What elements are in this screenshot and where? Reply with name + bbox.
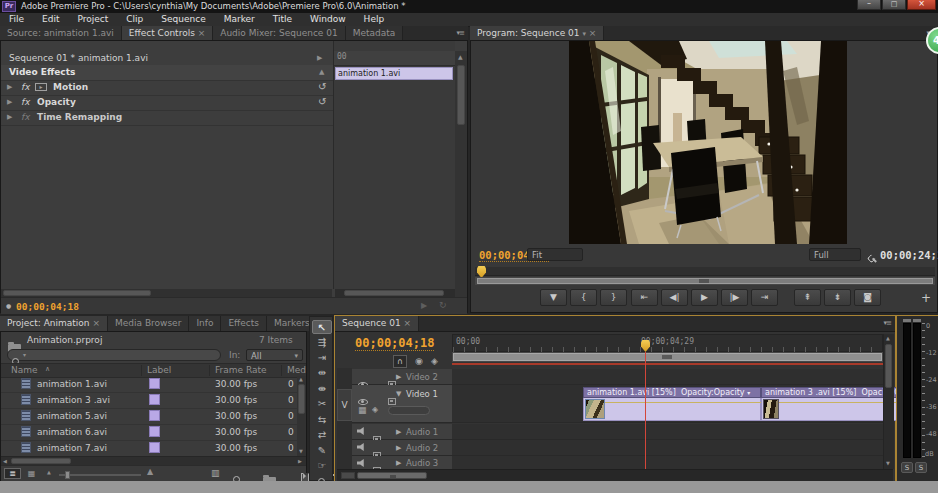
- label-color-chip[interactable]: [149, 410, 160, 421]
- ec-opacity-expand-icon[interactable]: ▶: [7, 98, 12, 106]
- menu-window[interactable]: Window: [301, 13, 355, 26]
- step-back-button[interactable]: ◀|: [661, 289, 688, 306]
- table-row[interactable]: animation 6.avi 30.00 fps 0: [1, 424, 297, 441]
- keyframe-nav-pill[interactable]: [388, 406, 430, 415]
- ec-play-icon[interactable]: ▶: [421, 301, 427, 310]
- ec-vscroll-up[interactable]: ▲: [458, 53, 463, 60]
- sync-lock-icon[interactable]: [388, 398, 396, 405]
- track-content-video1[interactable]: animation 1.avi [15%] Opacity:Opacity ▾ …: [452, 385, 883, 423]
- ec-clip-bar[interactable]: animation 1.avi: [335, 67, 453, 80]
- export-frame-button[interactable]: ◙: [854, 289, 881, 306]
- playback-resolution-dropdown[interactable]: Full: [809, 248, 861, 261]
- rolling-edit-tool[interactable]: ⇹: [312, 366, 332, 380]
- col-media[interactable]: Med: [287, 365, 306, 375]
- label-color-chip[interactable]: [149, 442, 160, 453]
- source-patch-v[interactable]: V: [337, 389, 352, 421]
- ec-mini-hscroll[interactable]: [335, 289, 455, 297]
- track-content-video2[interactable]: [452, 369, 883, 385]
- timeline-work-area-bar[interactable]: [452, 352, 883, 362]
- tab-close-icon[interactable]: ×: [589, 28, 597, 38]
- ec-header-arrow-icon[interactable]: ▶: [317, 54, 322, 62]
- tab-program-monitor[interactable]: Program: Sequence 01 ▾ ×: [470, 26, 604, 40]
- slip-tool[interactable]: ⇆: [312, 413, 332, 427]
- panel-menu-icon[interactable]: ▾≡: [453, 26, 468, 40]
- tab-info[interactable]: Info: [189, 316, 221, 331]
- show-keyframes-icon[interactable]: ◈: [372, 405, 378, 414]
- mark-out-button[interactable]: }: [600, 289, 627, 306]
- menu-edit[interactable]: Edit: [33, 13, 68, 26]
- tab-media-browser[interactable]: Media Browser: [108, 316, 189, 331]
- toggle-track-mute-icon[interactable]: [357, 459, 366, 467]
- table-row[interactable]: animation 5.avi 30.00 fps 0: [1, 408, 297, 425]
- table-row[interactable]: animation 3 .avi 30.00 fps 0: [1, 392, 297, 409]
- panel-menu-icon[interactable]: ▾≡: [880, 316, 895, 331]
- work-area-grip[interactable]: [662, 355, 672, 359]
- timeline-timecode[interactable]: 00;00;04;18: [355, 336, 434, 351]
- go-to-out-button[interactable]: ⇥: [751, 289, 778, 306]
- hscroll-thumb[interactable]: [357, 472, 427, 479]
- tab-close-icon[interactable]: ×: [404, 318, 412, 328]
- lift-button[interactable]: ⇞: [794, 289, 821, 306]
- search-scope-dropdown[interactable]: All▾: [246, 349, 303, 361]
- play-button[interactable]: ▶: [691, 289, 718, 306]
- col-label[interactable]: Label: [147, 365, 171, 375]
- extract-button[interactable]: ⇟: [824, 289, 851, 306]
- col-frame-rate[interactable]: Frame Rate: [215, 365, 267, 375]
- tab-close-icon[interactable]: ×: [92, 318, 100, 328]
- menu-file[interactable]: File: [0, 13, 33, 26]
- label-color-chip[interactable]: [149, 426, 160, 437]
- ec-hscroll[interactable]: [1, 289, 332, 297]
- slide-tool[interactable]: ⇄: [312, 428, 332, 442]
- track-header-audio1[interactable]: ▶ Audio 1: [352, 424, 452, 440]
- ripple-edit-tool[interactable]: ⇥: [312, 351, 332, 365]
- tab-source-monitor[interactable]: Source: animation 1.avi: [0, 26, 122, 40]
- toggle-track-mute-icon[interactable]: [357, 427, 366, 435]
- menu-project[interactable]: Project: [69, 13, 118, 26]
- timeline-hscroll[interactable]: [337, 469, 893, 481]
- tab-close-icon[interactable]: ×: [198, 28, 206, 38]
- menu-sequence[interactable]: Sequence: [152, 13, 214, 26]
- scroll-up-icon[interactable]: ▲: [886, 335, 890, 341]
- button-editor-plus[interactable]: +: [921, 291, 931, 305]
- solo-right-button[interactable]: S: [915, 462, 927, 473]
- ec-section-video-effects[interactable]: Video Effects ▲: [1, 65, 333, 81]
- tab-metadata[interactable]: Metadata: [346, 26, 404, 40]
- track-header-audio2[interactable]: ▶ Audio 2: [352, 440, 452, 456]
- tab-audio-mixer[interactable]: Audio Mixer: Sequence 01: [213, 26, 345, 40]
- solo-left-button[interactable]: S: [901, 462, 913, 473]
- work-area-grip[interactable]: [699, 279, 709, 283]
- track-content-audio3[interactable]: [452, 456, 883, 469]
- project-file-name[interactable]: Animation.prproj: [27, 335, 102, 345]
- ec-effect-motion[interactable]: ▶ fx ▸ Motion ↺: [1, 80, 333, 96]
- icon-view-button[interactable]: ▦: [23, 468, 40, 479]
- project-search-input[interactable]: ▾: [7, 349, 221, 361]
- expand-track-icon[interactable]: ▶: [396, 459, 401, 467]
- minimize-button[interactable]: –: [857, 0, 881, 10]
- reset-effect-icon[interactable]: ↺: [318, 81, 326, 92]
- thumbnail-zoom-slider[interactable]: [59, 474, 141, 476]
- clip-fx-badge[interactable]: Opacity:Opacity ▾: [681, 388, 750, 397]
- track-header-video2[interactable]: ▶ Video 2: [352, 369, 452, 385]
- reset-effect-icon[interactable]: ↺: [318, 96, 326, 107]
- zoom-out-icon[interactable]: ▲: [47, 469, 51, 475]
- expand-track-icon[interactable]: ▶: [396, 428, 401, 436]
- list-view-button[interactable]: ≣: [4, 468, 21, 479]
- tab-sequence-01[interactable]: Sequence 01 ×: [335, 316, 419, 331]
- step-forward-button[interactable]: |▶: [721, 289, 748, 306]
- menu-marker[interactable]: Marker: [215, 13, 264, 26]
- track-content-audio2[interactable]: [452, 440, 883, 456]
- expand-track-icon[interactable]: ▶: [396, 373, 401, 381]
- track-content-audio1[interactable]: [452, 424, 883, 440]
- track-header-audio3[interactable]: ▶ Audio 3: [352, 456, 452, 469]
- set-marker-icon[interactable]: ◉: [415, 356, 423, 366]
- ec-tr-expand-icon[interactable]: ▶: [7, 113, 12, 121]
- mark-in-button[interactable]: {: [570, 289, 597, 306]
- tab-project[interactable]: Project: Animation ×: [0, 316, 108, 331]
- zoom-level-dropdown[interactable]: Fit: [527, 248, 583, 261]
- toggle-track-mute-icon[interactable]: [357, 443, 366, 451]
- snap-toggle[interactable]: ∩: [393, 355, 407, 368]
- set-display-style-icon[interactable]: ▦: [358, 405, 367, 415]
- tab-dropdown-icon[interactable]: ▾: [582, 30, 586, 38]
- razor-tool[interactable]: ✂: [312, 397, 332, 411]
- menu-title[interactable]: Title: [264, 13, 301, 26]
